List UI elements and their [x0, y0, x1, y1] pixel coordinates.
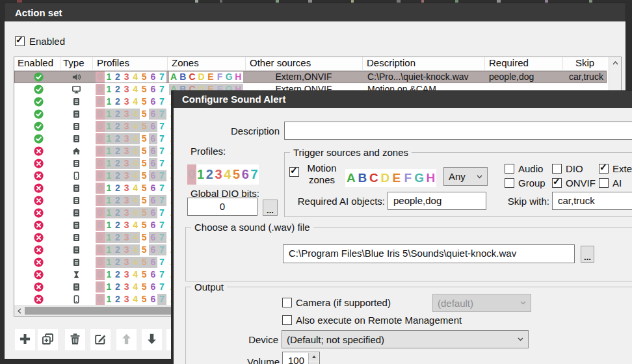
- profile-digit[interactable]: 5: [232, 164, 241, 185]
- list-icon: [72, 196, 81, 205]
- camera-checkbox[interactable]: Camera (if supported): [282, 297, 391, 308]
- volume-spinner[interactable]: 100: [282, 352, 320, 364]
- profile-digit[interactable]: 1: [196, 164, 205, 185]
- list-icon: [72, 282, 81, 292]
- zone-letter[interactable]: G: [414, 169, 425, 187]
- speaker-icon: [72, 72, 81, 82]
- column-separator: [167, 57, 168, 70]
- zone-letter[interactable]: C: [368, 169, 380, 187]
- onvif-checkbox[interactable]: ONVIF: [552, 177, 599, 188]
- profile-digit: 2: [113, 121, 122, 132]
- profile-digit: 0: [96, 183, 105, 194]
- group-checkbox[interactable]: Group: [505, 177, 552, 188]
- duplicate-action-button[interactable]: [38, 329, 58, 350]
- column-header-required[interactable]: Required: [489, 57, 529, 70]
- action-set-title: Action set: [15, 7, 62, 18]
- profile-digit[interactable]: 3: [214, 164, 223, 185]
- scroll-up-icon[interactable]: [609, 57, 621, 68]
- column-header-skip[interactable]: Skip: [575, 57, 594, 70]
- description-input[interactable]: [284, 122, 632, 140]
- profile-digit: 6: [149, 170, 158, 181]
- zones-selector[interactable]: ABCDEFGH: [345, 169, 436, 187]
- dialog-body: Description Profiles: 01234567 Global DI…: [174, 108, 632, 364]
- column-header-profiles[interactable]: Profiles: [97, 57, 129, 70]
- zone-match-dropdown[interactable]: Any: [443, 167, 488, 186]
- add-action-button[interactable]: [15, 329, 35, 350]
- action-set-enabled-checkbox[interactable]: Enabled: [15, 36, 65, 47]
- disabled-x-icon: [34, 294, 44, 304]
- profile-digit[interactable]: 0: [187, 164, 196, 185]
- profile-digit[interactable]: 2: [205, 164, 215, 185]
- table-row[interactable]: 01234567ABCDEFGHExtern,ONVIFC:\Pro...\qu…: [14, 71, 607, 83]
- move-down-button[interactable]: [142, 329, 162, 350]
- zone-letter[interactable]: E: [391, 169, 402, 187]
- zone-letter[interactable]: F: [402, 169, 414, 187]
- profile-digit: 5: [140, 183, 149, 194]
- profile-digit: 0: [96, 207, 105, 218]
- global-dio-browse-button[interactable]: ...: [263, 200, 278, 216]
- profile-digit[interactable]: 6: [241, 164, 250, 185]
- list-icon: [72, 257, 81, 267]
- profile-digit[interactable]: 4: [223, 164, 232, 185]
- profile-digit: 0: [96, 96, 105, 107]
- remote-management-checkbox[interactable]: Also execute on Remote Management: [282, 315, 462, 326]
- extern-checkbox[interactable]: Extern: [599, 163, 632, 174]
- zone-letter[interactable]: A: [345, 169, 357, 187]
- zone-letter[interactable]: B: [357, 169, 369, 187]
- checkbox-label: DIO: [566, 163, 583, 174]
- edit-icon: [94, 332, 107, 348]
- enabled-check-icon: [34, 122, 44, 131]
- global-dio-input[interactable]: 0: [187, 198, 257, 216]
- camera-label: Camera (if supported): [296, 297, 391, 308]
- profile-digit: 3: [122, 294, 131, 305]
- profile-digit: 7: [157, 84, 166, 95]
- column-header-enabled[interactable]: Enabled: [18, 57, 53, 70]
- enabled-check-icon: [34, 134, 44, 144]
- profile-digit: 0: [96, 133, 105, 144]
- profile-digit: 6: [149, 133, 158, 144]
- list-icon: [72, 122, 81, 131]
- sound-browse-button[interactable]: ...: [581, 246, 594, 263]
- delete-action-button[interactable]: [65, 329, 85, 350]
- zone-letter[interactable]: H: [425, 169, 437, 187]
- dio-checkbox[interactable]: DIO: [552, 163, 599, 174]
- column-header-description[interactable]: Description: [367, 57, 415, 70]
- column-header-type[interactable]: Type: [63, 57, 85, 70]
- chevron-down-icon: [520, 301, 526, 305]
- disabled-x-icon: [34, 159, 44, 168]
- profile-digit: 7: [157, 133, 166, 144]
- device-dropdown[interactable]: (Default; not specified): [282, 330, 529, 348]
- action-set-titlebar[interactable]: Action set: [5, 3, 625, 21]
- motion-zones-checkbox[interactable]: [289, 167, 299, 177]
- zones-cell: ABCDEFGH: [169, 72, 243, 83]
- skip-with-input[interactable]: car,truck: [552, 192, 632, 210]
- profile-digit: 5: [140, 109, 149, 120]
- disabled-x-icon: [34, 270, 44, 280]
- spinner-up-icon[interactable]: [308, 353, 319, 361]
- profile-digit: 4: [131, 195, 140, 206]
- profile-digit: 7: [157, 121, 166, 132]
- profile-digit: 7: [157, 281, 166, 292]
- move-up-button[interactable]: [116, 329, 137, 350]
- audio-checkbox[interactable]: Audio: [505, 163, 552, 174]
- profile-digit: 4: [131, 133, 140, 144]
- zone-letter[interactable]: D: [380, 169, 391, 187]
- checkbox-label: Audio: [518, 163, 543, 174]
- dialog-titlebar[interactable]: Configure Sound Alert: [174, 91, 632, 108]
- sound-path-input[interactable]: C:\Program Files\Blue Iris 5\Sounds\quie…: [283, 244, 575, 263]
- profile-digit: 5: [140, 72, 149, 83]
- column-header-zones[interactable]: Zones: [172, 57, 199, 70]
- scroll-left-icon[interactable]: [14, 306, 24, 315]
- ai-checkbox[interactable]: AI: [599, 177, 632, 188]
- profile-digit: 1: [105, 170, 114, 181]
- profile-digit: 6: [149, 96, 158, 107]
- column-header-other-sources[interactable]: Other sources: [250, 57, 311, 70]
- profiles-selector[interactable]: 01234567: [187, 164, 259, 185]
- required-ai-input[interactable]: people,dog: [388, 192, 486, 210]
- dialog-title: Configure Sound Alert: [182, 94, 285, 105]
- spinner-down-icon[interactable]: [308, 361, 319, 364]
- profile-digit: 1: [105, 294, 114, 305]
- profile-digit[interactable]: 7: [250, 164, 259, 185]
- edit-action-button[interactable]: [90, 329, 111, 350]
- zone-letter: H: [233, 72, 243, 83]
